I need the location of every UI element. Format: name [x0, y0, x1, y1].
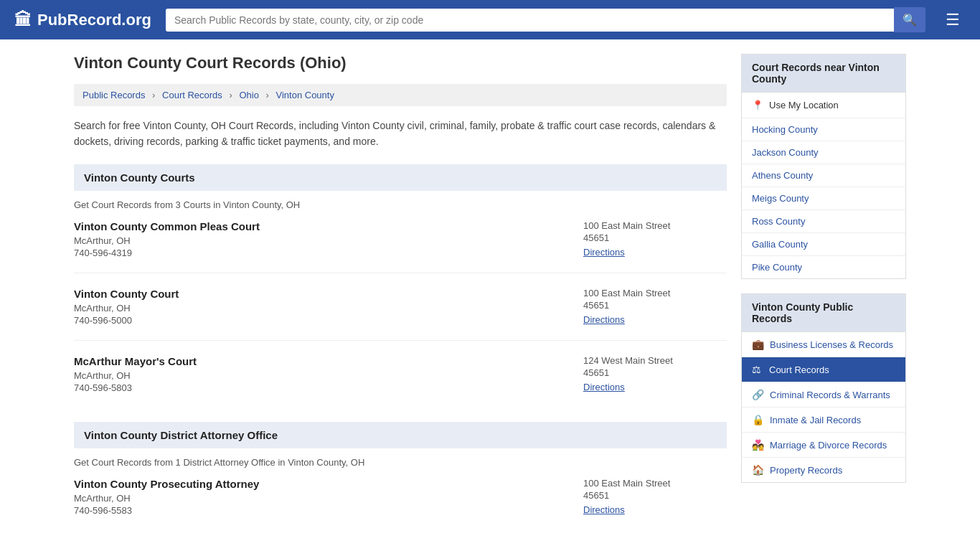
search-button[interactable]: 🔍	[894, 7, 925, 32]
sidebar-county-athens[interactable]: Athens County	[742, 164, 905, 187]
sidebar-county-pike[interactable]: Pike County	[742, 256, 905, 278]
use-my-location-button[interactable]: 📍 Use My Location	[742, 93, 905, 118]
attorney-count: Get Court Records from 1 District Attorn…	[74, 457, 727, 468]
breadcrumb-sep-3: ›	[266, 90, 269, 100]
attorney-section-header: Vinton County District Attorney Office	[74, 422, 727, 448]
breadcrumb-ohio[interactable]: Ohio	[239, 90, 258, 100]
court-zip-prosecuting-attorney: 45651	[583, 490, 727, 501]
sidebar-record-marriage[interactable]: 💑 Marriage & Divorce Records	[742, 433, 905, 458]
court-entry-mayors-court: McArthur Mayor's Court McArthur, OH 740-…	[74, 355, 727, 408]
use-my-location-label: Use My Location	[769, 100, 839, 110]
directions-link-common-pleas[interactable]: Directions	[583, 247, 625, 258]
court-records-label: Court Records	[769, 364, 829, 375]
breadcrumb-sep-2: ›	[229, 90, 232, 100]
sidebar: Court Records near Vinton County 📍 Use M…	[741, 54, 906, 545]
marriage-icon: 💑	[752, 439, 764, 451]
court-city-mayors-court: McArthur, OH	[74, 370, 569, 381]
record-type-list: 💼 Business Licenses & Records ⚖ Court Re…	[742, 332, 905, 482]
court-zip-mayors-court: 45651	[583, 367, 727, 378]
attorney-list: Vinton County Prosecuting Attorney McArt…	[74, 478, 727, 530]
logo-icon: 🏛	[14, 10, 32, 30]
inmate-icon: 🔒	[752, 414, 764, 425]
court-entry-prosecuting-attorney: Vinton County Prosecuting Attorney McArt…	[74, 478, 727, 530]
court-city-prosecuting-attorney: McArthur, OH	[74, 493, 569, 504]
court-zip-common-pleas: 45651	[583, 232, 727, 243]
sidebar-county-meigs[interactable]: Meigs County	[742, 187, 905, 210]
page-title: Vinton County Court Records (Ohio)	[74, 54, 727, 72]
court-address-prosecuting-attorney: 100 East Main Street	[583, 478, 727, 489]
court-entry-vinton-court: Vinton County Court McArthur, OH 740-596…	[74, 288, 727, 341]
court-city-vinton-court: McArthur, OH	[74, 303, 569, 314]
sidebar-county-ross[interactable]: Ross County	[742, 210, 905, 233]
breadcrumb: Public Records › Court Records › Ohio › …	[74, 84, 727, 106]
directions-link-vinton-court[interactable]: Directions	[583, 314, 625, 325]
court-name-mayors-court: McArthur Mayor's Court	[74, 355, 569, 367]
menu-icon: ☰	[946, 11, 960, 29]
sidebar-record-court[interactable]: ⚖ Court Records	[742, 357, 905, 382]
page-description: Search for free Vinton County, OH Court …	[74, 118, 727, 150]
court-name-vinton-court: Vinton County Court	[74, 288, 569, 300]
courts-section-header: Vinton County Courts	[74, 164, 727, 191]
court-phone-mayors-court: 740-596-5803	[74, 382, 569, 393]
courts-count: Get Court Records from 3 Courts in Vinto…	[74, 199, 727, 210]
court-icon: ⚖	[752, 364, 763, 375]
logo[interactable]: 🏛 PubRecord.org	[14, 10, 151, 30]
court-address-common-pleas: 100 East Main Street	[583, 220, 727, 231]
courts-list: Vinton County Common Pleas Court McArthu…	[74, 220, 727, 408]
court-phone-common-pleas: 740-596-4319	[74, 248, 569, 258]
court-zip-vinton-court: 45651	[583, 300, 727, 311]
sidebar-record-inmate[interactable]: 🔒 Inmate & Jail Records	[742, 408, 905, 433]
court-entry-common-pleas: Vinton County Common Pleas Court McArthu…	[74, 220, 727, 273]
business-icon: 💼	[752, 339, 764, 350]
nearby-county-list: Hocking County Jackson County Athens Cou…	[742, 118, 905, 278]
menu-button[interactable]: ☰	[940, 8, 966, 32]
breadcrumb-public-records[interactable]: Public Records	[83, 90, 145, 100]
search-input[interactable]	[166, 9, 894, 32]
sidebar-record-business[interactable]: 💼 Business Licenses & Records	[742, 332, 905, 357]
main-container: Vinton County Court Records (Ohio) Publi…	[60, 39, 920, 551]
sidebar-records: Vinton County Public Records 💼 Business …	[741, 293, 906, 483]
search-area: 🔍	[166, 7, 925, 32]
sidebar-records-header: Vinton County Public Records	[742, 294, 905, 332]
sidebar-record-criminal[interactable]: 🔗 Criminal Records & Warrants	[742, 382, 905, 408]
court-name-common-pleas: Vinton County Common Pleas Court	[74, 220, 569, 232]
location-icon: 📍	[752, 100, 763, 110]
breadcrumb-sep-1: ›	[152, 90, 155, 100]
content-area: Vinton County Court Records (Ohio) Publi…	[74, 54, 727, 545]
sidebar-county-hocking[interactable]: Hocking County	[742, 118, 905, 141]
breadcrumb-vinton-county[interactable]: Vinton County	[276, 90, 334, 100]
sidebar-nearby-header: Court Records near Vinton County	[742, 55, 905, 93]
court-phone-prosecuting-attorney: 740-596-5583	[74, 505, 569, 516]
property-icon: 🏠	[752, 464, 764, 476]
sidebar-county-jackson[interactable]: Jackson County	[742, 141, 905, 164]
search-icon: 🔍	[903, 13, 917, 27]
sidebar-nearby: Court Records near Vinton County 📍 Use M…	[741, 54, 906, 279]
court-city-common-pleas: McArthur, OH	[74, 235, 569, 246]
court-address-mayors-court: 124 West Main Street	[583, 355, 727, 366]
directions-link-mayors-court[interactable]: Directions	[583, 382, 625, 392]
directions-link-prosecuting-attorney[interactable]: Directions	[583, 504, 625, 515]
sidebar-county-gallia[interactable]: Gallia County	[742, 233, 905, 256]
court-name-prosecuting-attorney: Vinton County Prosecuting Attorney	[74, 478, 569, 490]
site-header: 🏛 PubRecord.org 🔍 ☰	[0, 0, 980, 39]
court-address-vinton-court: 100 East Main Street	[583, 288, 727, 298]
breadcrumb-court-records[interactable]: Court Records	[162, 90, 222, 100]
court-phone-vinton-court: 740-596-5000	[74, 315, 569, 326]
logo-text: PubRecord.org	[37, 11, 151, 29]
criminal-icon: 🔗	[752, 389, 764, 400]
sidebar-record-property[interactable]: 🏠 Property Records	[742, 458, 905, 482]
